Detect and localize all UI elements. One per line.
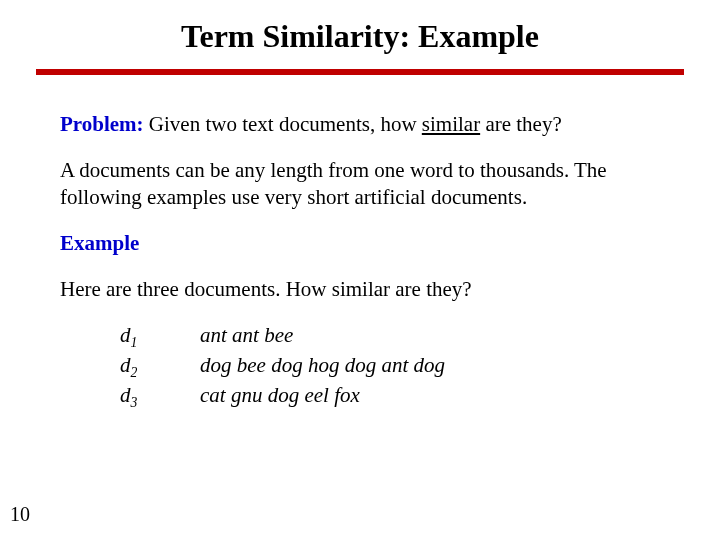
- problem-line: Problem: Given two text documents, how s…: [60, 111, 660, 137]
- page-number: 10: [10, 503, 30, 526]
- doc-text: ant ant bee: [200, 322, 293, 352]
- problem-text-underlined: similar: [422, 112, 480, 136]
- doc-id: d3: [120, 382, 200, 412]
- doc-row: d1 ant ant bee: [120, 322, 660, 352]
- doc-id: d2: [120, 352, 200, 382]
- doc-text: dog bee dog hog dog ant dog: [200, 352, 445, 382]
- doc-id: d1: [120, 322, 200, 352]
- problem-label: Problem:: [60, 112, 144, 136]
- problem-text-before: Given two text documents, how: [149, 112, 422, 136]
- paragraph-1: A documents can be any length from one w…: [60, 157, 660, 210]
- question-line: Here are three documents. How similar ar…: [60, 276, 660, 302]
- doc-text: cat gnu dog eel fox: [200, 382, 360, 412]
- documents-list: d1 ant ant bee d2 dog bee dog hog dog an…: [120, 322, 660, 412]
- doc-row: d2 dog bee dog hog dog ant dog: [120, 352, 660, 382]
- example-label: Example: [60, 230, 660, 256]
- doc-row: d3 cat gnu dog eel fox: [120, 382, 660, 412]
- slide-title: Term Similarity: Example: [0, 0, 720, 69]
- slide-content: Problem: Given two text documents, how s…: [0, 75, 720, 412]
- problem-text-after: are they?: [480, 112, 562, 136]
